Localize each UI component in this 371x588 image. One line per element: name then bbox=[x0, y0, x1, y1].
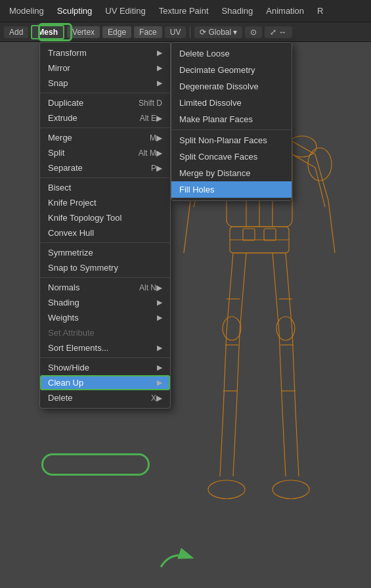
menu-merge[interactable]: Merge M▶ bbox=[40, 130, 170, 145]
svg-line-31 bbox=[220, 411, 223, 476]
svg-line-34 bbox=[233, 411, 236, 476]
arrow-icon: Alt E▶ bbox=[140, 114, 162, 123]
nav-render[interactable]: R bbox=[311, 3, 330, 18]
menu-shading[interactable]: Shading ▶ bbox=[40, 295, 170, 310]
toolbar: Add Mesh Vertex Edge Face UV ⟳ Global ▾ … bbox=[0, 22, 371, 42]
submenu-limited-dissolve[interactable]: Limited Dissolve bbox=[171, 95, 292, 111]
arrow-icon: ▶ bbox=[157, 49, 162, 57]
top-nav-bar: Modeling Sculpting UV Editing Texture Pa… bbox=[0, 0, 371, 22]
nav-texture-paint[interactable]: Texture Paint bbox=[152, 3, 215, 18]
main-dropdown-menu: Transform ▶ Mirror ▶ Snap ▶ Duplicate Sh… bbox=[39, 42, 171, 409]
nav-shading[interactable]: Shading bbox=[215, 3, 260, 18]
rotate-icon: ⟳ bbox=[200, 28, 206, 37]
toolbar-global-dropdown[interactable]: ⟳ Global ▾ bbox=[194, 26, 242, 38]
svg-line-38 bbox=[273, 253, 279, 332]
toolbar-vertex[interactable]: Vertex bbox=[67, 26, 100, 38]
menu-weights[interactable]: Weights ▶ bbox=[40, 310, 170, 325]
arrow-icon: ▶ bbox=[157, 298, 162, 307]
toolbar-edge[interactable]: Edge bbox=[102, 26, 131, 38]
svg-line-29 bbox=[227, 253, 233, 332]
menu-show-hide[interactable]: Show/Hide ▶ bbox=[40, 360, 170, 375]
svg-line-33 bbox=[236, 332, 240, 411]
separator bbox=[40, 357, 170, 358]
menu-transform[interactable]: Transform ▶ bbox=[40, 45, 170, 60]
toolbar-uv[interactable]: UV bbox=[165, 26, 186, 38]
svg-point-47 bbox=[208, 480, 245, 499]
svg-rect-56 bbox=[264, 229, 276, 240]
nav-sculpting[interactable]: Sculpting bbox=[51, 3, 98, 18]
svg-line-32 bbox=[240, 253, 246, 332]
chevron-down-icon: ▾ bbox=[233, 28, 237, 37]
svg-line-17 bbox=[184, 200, 190, 253]
separator bbox=[40, 177, 170, 178]
menu-extrude[interactable]: Extrude Alt E▶ bbox=[40, 110, 170, 125]
nav-animation[interactable]: Animation bbox=[259, 3, 311, 18]
svg-rect-55 bbox=[243, 229, 255, 240]
toolbar-face[interactable]: Face bbox=[134, 26, 162, 38]
toolbar-proportional[interactable]: ⊙ bbox=[245, 26, 262, 38]
svg-line-30 bbox=[223, 332, 227, 411]
svg-point-57 bbox=[223, 317, 241, 340]
toolbar-mesh[interactable]: Mesh bbox=[31, 25, 64, 39]
svg-line-40 bbox=[282, 411, 286, 476]
menu-clean-up[interactable]: Clean Up ▶ bbox=[40, 375, 170, 390]
arrow-icon: ▶ bbox=[157, 363, 162, 372]
arrow-icon: ▶ bbox=[157, 344, 162, 352]
nav-modeling[interactable]: Modeling bbox=[3, 3, 51, 18]
svg-line-41 bbox=[286, 253, 292, 332]
menu-snap[interactable]: Snap ▶ bbox=[40, 76, 170, 91]
svg-point-48 bbox=[273, 480, 309, 499]
menu-mirror[interactable]: Mirror ▶ bbox=[40, 60, 170, 76]
submenu-fill-holes[interactable]: Fill Holes bbox=[171, 181, 292, 198]
nav-uv-editing[interactable]: UV Editing bbox=[98, 3, 152, 18]
global-label: Global bbox=[208, 28, 231, 37]
menu-normals[interactable]: Normals Alt N▶ bbox=[40, 280, 170, 295]
separator bbox=[40, 277, 170, 278]
menu-separate[interactable]: Separate P▶ bbox=[40, 160, 170, 175]
menu-convex-hull[interactable]: Convex Hull bbox=[40, 225, 170, 240]
toolbar-separator bbox=[190, 26, 190, 38]
menu-set-attribute: Set Attribute bbox=[40, 325, 170, 340]
menu-snap-symmetry[interactable]: Snap to Symmetry bbox=[40, 260, 170, 275]
submenu-degenerate-dissolve[interactable]: Degenerate Dissolve bbox=[171, 78, 292, 95]
svg-line-23 bbox=[328, 200, 335, 253]
arrow-icon: ▶ bbox=[157, 313, 162, 322]
submenu-merge-by-distance[interactable]: Merge by Distance bbox=[171, 165, 292, 181]
separator bbox=[40, 127, 170, 128]
svg-line-39 bbox=[279, 332, 282, 411]
menu-delete[interactable]: Delete X▶ bbox=[40, 390, 170, 405]
submenu-decimate-geometry[interactable]: Decimate Geometry bbox=[171, 62, 292, 78]
menu-knife-topology[interactable]: Knife Topology Tool bbox=[40, 210, 170, 225]
toolbar-transform[interactable]: ⤢ ↔ bbox=[265, 26, 292, 38]
menu-knife-project[interactable]: Knife Project bbox=[40, 195, 170, 210]
submenu-make-planar-faces[interactable]: Make Planar Faces bbox=[171, 111, 292, 127]
arrow-icon: ▶ bbox=[157, 378, 162, 387]
arrow-icon: ▶ bbox=[157, 79, 162, 87]
svg-line-25 bbox=[315, 168, 325, 207]
submenu-delete-loose[interactable]: Delete Loose bbox=[171, 45, 292, 62]
submenu-split-concave-faces[interactable]: Split Concave Faces bbox=[171, 148, 292, 165]
separator bbox=[171, 129, 292, 130]
menu-bisect[interactable]: Bisect bbox=[40, 180, 170, 195]
menu-symmetrize[interactable]: Symmetrize bbox=[40, 245, 170, 260]
svg-line-42 bbox=[292, 332, 295, 411]
separator bbox=[40, 242, 170, 243]
menu-sort-elements[interactable]: Sort Elements... ▶ bbox=[40, 340, 170, 355]
menu-split[interactable]: Split Alt M▶ bbox=[40, 145, 170, 160]
svg-line-43 bbox=[295, 411, 299, 476]
submenu-split-non-planar[interactable]: Split Non-Planar Faces bbox=[171, 132, 292, 148]
toolbar-add[interactable]: Add bbox=[4, 26, 28, 38]
svg-point-26 bbox=[308, 148, 332, 181]
arrow-icon: ▶ bbox=[157, 64, 162, 72]
separator bbox=[40, 93, 170, 93]
menu-duplicate[interactable]: Duplicate Shift D bbox=[40, 95, 170, 110]
cleanup-submenu: Delete Loose Decimate Geometry Degenerat… bbox=[171, 42, 292, 201]
